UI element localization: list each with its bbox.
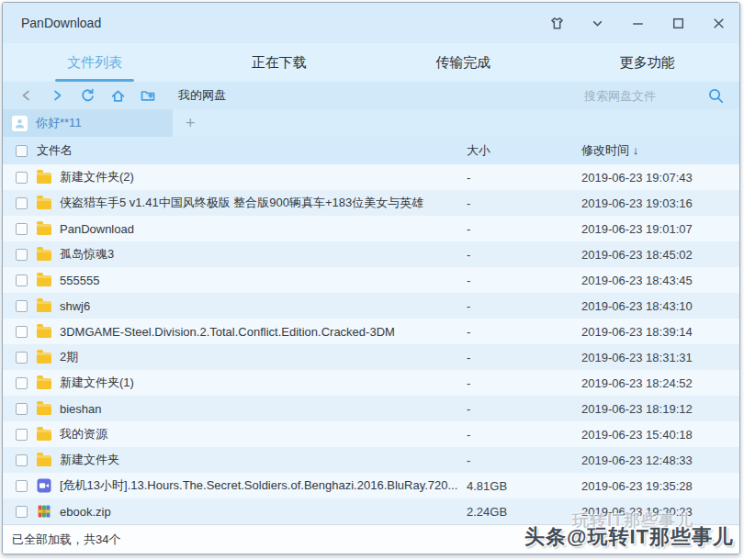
table-row[interactable]: PanDownload - 2019-06-23 19:01:07	[3, 216, 739, 241]
table-row[interactable]: 3DMGAME-Steel.Division.2.Total.Conflict.…	[3, 319, 739, 344]
folder-icon	[37, 427, 52, 442]
table-row[interactable]: bieshan - 2019-06-23 18:19:12	[3, 396, 739, 421]
file-size: -	[467, 299, 581, 313]
folder-icon	[37, 247, 52, 262]
table-row[interactable]: 新建文件夹 - 2019-06-23 12:48:33	[3, 447, 739, 473]
file-date: 2019-06-23 19:35:28	[581, 479, 693, 493]
file-size: -	[467, 402, 581, 416]
row-checkbox[interactable]	[16, 249, 28, 261]
file-name[interactable]: 新建文件夹(2)	[60, 169, 467, 185]
table-row[interactable]: 新建文件夹(2) - 2019-06-23 19:07:43	[3, 164, 739, 190]
file-name[interactable]: bieshan	[60, 402, 467, 416]
minimize-icon[interactable]	[629, 15, 646, 31]
file-date: 2019-06-23 19:07:43	[581, 171, 693, 185]
row-checkbox[interactable]	[16, 223, 28, 235]
file-size: 2.24GB	[467, 505, 581, 519]
maximize-icon[interactable]	[670, 15, 686, 31]
row-checkbox[interactable]	[16, 172, 28, 184]
file-name[interactable]: PanDownload	[60, 222, 467, 236]
file-size: -	[467, 222, 581, 236]
folder-icon	[37, 298, 52, 313]
table-row[interactable]: [危机13小时].13.Hours.The.Secret.Soldiers.of…	[3, 473, 739, 498]
search-icon[interactable]	[707, 87, 725, 105]
file-date: 2019-06-23 12:48:33	[581, 454, 693, 467]
file-date: 2019-06-23 18:24:52	[581, 376, 693, 390]
file-date: 2019-06-23 19:01:07	[581, 222, 693, 236]
tab-downloading[interactable]: 正在下载	[187, 43, 372, 82]
window-title: PanDownload	[21, 16, 101, 30]
file-name[interactable]: 我的资源	[60, 426, 467, 442]
file-date: 2019-06-23 18:43:45	[581, 274, 693, 287]
row-checkbox[interactable]	[16, 326, 28, 338]
folder-icon	[37, 350, 52, 364]
row-checkbox[interactable]	[16, 454, 28, 466]
folder-icon	[37, 401, 52, 416]
tab-file-list[interactable]: 文件列表	[3, 43, 187, 82]
folder-icon	[37, 170, 52, 185]
search-input[interactable]	[584, 89, 694, 103]
file-size: 4.81GB	[467, 479, 581, 493]
refresh-icon[interactable]	[78, 86, 96, 105]
file-name[interactable]: 侠盗猎车手5 v1.41中国风终极版 整合版900辆真车+183位美女与英雄	[60, 195, 467, 211]
file-name[interactable]: 2期	[60, 349, 467, 365]
file-date: 2019-06-23 18:31:31	[581, 351, 693, 364]
titlebar[interactable]: PanDownload	[3, 3, 739, 43]
table-row[interactable]: 孤岛惊魂3 - 2019-06-23 18:45:02	[3, 241, 739, 267]
file-date: 2019-06-23 18:39:14	[581, 325, 693, 339]
folder-icon	[37, 375, 52, 390]
table-row[interactable]: shwj6 - 2019-06-23 18:43:10	[3, 293, 739, 319]
file-date: 2019-06-23 19:03:16	[581, 196, 693, 210]
table-row[interactable]: 我的资源 - 2019-06-23 15:40:18	[3, 421, 739, 447]
column-modified[interactable]: 修改时间 ↓	[581, 142, 638, 159]
add-account-button[interactable]: +	[186, 115, 196, 131]
file-date: 2019-06-23 15:40:18	[581, 428, 693, 442]
file-name[interactable]: 孤岛惊魂3	[60, 246, 467, 263]
row-checkbox[interactable]	[16, 403, 28, 415]
file-name[interactable]: 新建文件夹	[60, 452, 467, 468]
file-name[interactable]: 新建文件夹(1)	[60, 375, 467, 391]
table-row[interactable]: 侠盗猎车手5 v1.41中国风终极版 整合版900辆真车+183位美女与英雄 -…	[3, 190, 739, 216]
file-name[interactable]: 3DMGAME-Steel.Division.2.Total.Conflict.…	[60, 325, 467, 339]
tab-transfer-complete[interactable]: 传输完成	[371, 43, 556, 82]
chevron-down-icon[interactable]	[589, 15, 605, 31]
toolbar: 我的网盘	[3, 82, 739, 109]
row-checkbox[interactable]	[16, 429, 28, 441]
folder-icon	[37, 221, 52, 236]
table-row[interactable]: 555555 - 2019-06-23 18:43:45	[3, 267, 739, 293]
file-date: 2019-06-23 18:43:10	[581, 299, 693, 313]
folder-icon	[37, 324, 52, 339]
table-row[interactable]: 新建文件夹(1) - 2019-06-23 18:24:52	[3, 370, 739, 396]
file-size: -	[467, 454, 581, 467]
row-checkbox[interactable]	[16, 274, 28, 286]
row-checkbox[interactable]	[16, 480, 28, 492]
row-checkbox[interactable]	[16, 352, 28, 364]
close-icon[interactable]	[710, 15, 727, 31]
file-name[interactable]: shwj6	[60, 299, 467, 313]
column-name[interactable]: 文件名	[37, 142, 467, 159]
tab-more-features[interactable]: 更多功能	[556, 43, 740, 82]
file-size: -	[467, 376, 581, 390]
row-checkbox[interactable]	[16, 377, 28, 389]
row-checkbox[interactable]	[16, 506, 28, 518]
table-row[interactable]: 2期 - 2019-06-23 18:31:31	[3, 344, 739, 370]
row-checkbox[interactable]	[16, 300, 28, 312]
forward-icon[interactable]	[48, 86, 66, 105]
status-bar: 已全部加载，共34个 玩转IT那些事儿 头条@玩转IT那些事儿	[3, 524, 739, 554]
row-checkbox[interactable]	[16, 197, 28, 209]
home-icon[interactable]	[108, 86, 127, 105]
select-all-checkbox[interactable]	[16, 145, 28, 157]
file-name[interactable]: 555555	[60, 274, 467, 287]
back-icon[interactable]	[17, 86, 36, 105]
video-icon	[37, 478, 52, 493]
account-tab[interactable]: 你好**11	[3, 109, 173, 137]
file-name[interactable]: ebook.zip	[60, 505, 467, 519]
new-folder-icon[interactable]	[139, 86, 157, 105]
breadcrumb[interactable]: 我的网盘	[178, 87, 226, 104]
app-window: PanDownload 文件列表 正在下载 传输完成 更多功能	[2, 2, 740, 554]
user-avatar-icon	[12, 116, 28, 131]
file-size: -	[467, 351, 581, 364]
file-name[interactable]: [危机13小时].13.Hours.The.Secret.Soldiers.of…	[60, 477, 467, 494]
column-size[interactable]: 大小	[467, 142, 581, 159]
theme-skin-icon[interactable]	[548, 15, 565, 31]
file-list: 新建文件夹(2) - 2019-06-23 19:07:43 侠盗猎车手5 v1…	[3, 164, 739, 524]
